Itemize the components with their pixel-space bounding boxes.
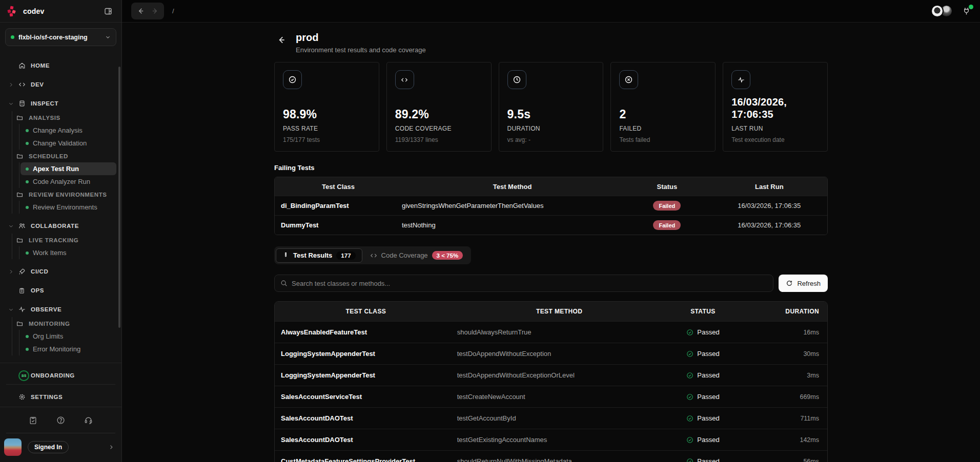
- duration-cell: 3ms: [744, 372, 827, 379]
- failing-tests-body: di_BindingParamTestgivenStringsWhenGetPa…: [275, 196, 827, 235]
- column-header-status: Status: [623, 183, 711, 191]
- sidebar-item-apex-test-run[interactable]: Apex Test Run: [21, 162, 116, 175]
- status-cell: Failed: [623, 220, 711, 230]
- search-row: Refresh: [274, 275, 828, 292]
- stat-card-pass-rate: 98.9%PASS RATE175/177 tests: [274, 62, 379, 152]
- forward-button[interactable]: [149, 5, 161, 17]
- stat-card-code-coverage: 89.2%CODE COVERAGE1193/1337 lines: [386, 62, 492, 152]
- sidebar-item-dev[interactable]: DEV: [5, 78, 116, 91]
- project-selector[interactable]: flxbl-io/sf-core-staging: [5, 28, 116, 46]
- last-run-cell: 16/03/2026, 17:06:35: [711, 221, 827, 229]
- test-result-row[interactable]: CustMetadataFeatureSettingsProviderTests…: [275, 450, 827, 462]
- test-class-cell: di_BindingParamTest: [275, 202, 402, 209]
- status-cell: Passed: [662, 350, 745, 358]
- sidebar-item-inspect[interactable]: INSPECT: [5, 97, 116, 110]
- passed-check-icon: [686, 372, 693, 379]
- back-button[interactable]: [134, 5, 147, 17]
- status-label: Passed: [697, 436, 719, 444]
- circle-x-icon: [619, 70, 638, 89]
- breadcrumb: /: [172, 7, 174, 15]
- sidebar-item-home[interactable]: HOME: [5, 59, 116, 72]
- refresh-button[interactable]: Refresh: [779, 275, 828, 292]
- stat-label: FAILED: [619, 125, 707, 132]
- tab-code-coverage[interactable]: Code Coverage3 < 75%: [363, 248, 470, 263]
- search-input[interactable]: [292, 280, 767, 287]
- stat-card-last-run: 16/03/2026, 17:06:35LAST RUNTest executi…: [723, 62, 828, 152]
- nav-tree: Apex Test RunCode Analyzer Run: [19, 162, 116, 188]
- sidebar-item-analysis[interactable]: ANALYSIS: [13, 111, 116, 124]
- sidebar-item-observe[interactable]: OBSERVE: [5, 303, 116, 316]
- clipboard-check-icon[interactable]: [27, 414, 39, 426]
- sidebar-item-scheduled[interactable]: SCHEDULED: [13, 150, 116, 162]
- test-result-row[interactable]: SalesAccountDAOTesttestGetExistingAccoun…: [275, 429, 827, 450]
- green-dot-icon: [26, 129, 29, 132]
- sidebar-footer-tools: [0, 407, 121, 433]
- stat-sublabel: 175/177 tests: [283, 136, 371, 143]
- test-method-cell: givenStringsWhenGetParameterThenGetValue…: [402, 202, 623, 209]
- sidebar-item-review-environments[interactable]: REVIEW ENVIRONMENTS: [13, 188, 116, 201]
- sidebar-item-label: Apex Test Run: [33, 165, 79, 173]
- clipboard-icon: [18, 287, 27, 294]
- sidebar-item-label: COLLABORATE: [31, 223, 79, 229]
- chevron-down-icon: [105, 34, 111, 40]
- collapse-sidebar-button[interactable]: [102, 5, 114, 17]
- sidebar-item-ci-cd[interactable]: CI/CD: [5, 265, 116, 278]
- sidebar-item-ops[interactable]: OPS: [5, 284, 116, 297]
- duration-cell: 30ms: [744, 350, 827, 358]
- test-result-row[interactable]: LoggingSystemAppenderTesttestDoAppendWit…: [275, 343, 827, 364]
- presence-avatars[interactable]: [931, 5, 953, 17]
- sidebar-item-onboarding[interactable]: 8/8ONBOARDING: [5, 369, 116, 382]
- sidebar-scrollbar[interactable]: [118, 67, 120, 328]
- sidebar-item-review-environments[interactable]: Review Environments: [21, 201, 116, 214]
- tab-label: Test Results: [293, 251, 332, 259]
- status-cell: Failed: [623, 201, 711, 211]
- code-icon: [18, 81, 27, 88]
- inspect-icon: [18, 100, 27, 107]
- sidebar-item-collaborate[interactable]: COLLABORATE: [5, 219, 116, 233]
- gear-icon: [18, 393, 27, 401]
- duration-cell: 142ms: [744, 436, 827, 444]
- refresh-label: Refresh: [797, 280, 821, 287]
- sidebar-item-label: Org Limits: [33, 332, 63, 340]
- sidebar-nav: HOMEDEVINSPECTANALYSISChange AnalysisCha…: [0, 49, 121, 359]
- sidebar-item-settings[interactable]: SETTINGS: [5, 390, 116, 404]
- sidebar-item-label: ONBOARDING: [31, 372, 75, 379]
- failing-test-row[interactable]: DummyTesttestNothingFailed16/03/2026, 17…: [275, 215, 827, 235]
- connection-plug-icon[interactable]: [962, 7, 971, 15]
- test-class-cell: SalesAccountServiceTest: [275, 393, 457, 401]
- sidebar-item-label: OBSERVE: [31, 306, 62, 312]
- tab-test-results[interactable]: Test Results177: [276, 248, 362, 263]
- brand: codev: [7, 6, 44, 17]
- stat-card-failed: 2FAILEDTests failed: [610, 62, 716, 152]
- page-back-button[interactable]: [274, 33, 289, 47]
- sidebar-item-work-items[interactable]: Work Items: [21, 246, 116, 259]
- test-result-row[interactable]: LoggingSystemAppenderTesttestDoAppendWit…: [275, 364, 827, 386]
- test-result-row[interactable]: SalesAccountServiceTesttestCreateNewAcco…: [275, 386, 827, 407]
- test-method-cell: testGetAccountById: [457, 414, 662, 422]
- content-scroll[interactable]: prod Environment test results and code c…: [122, 23, 980, 462]
- sidebar-item-change-analysis[interactable]: Change Analysis: [21, 124, 116, 137]
- sidebar-item-live-tracking[interactable]: LIVE TRACKING: [13, 234, 116, 246]
- chevron-right-icon: [8, 82, 14, 88]
- page-title: prod: [296, 32, 426, 44]
- sidebar-item-label: HOME: [31, 62, 50, 69]
- sidebar-item-monitoring[interactable]: MONITORING: [13, 317, 116, 330]
- user-menu[interactable]: Signed In: [0, 433, 121, 462]
- test-result-row[interactable]: AlwaysEnabledFeatureTestshouldAlwaysRetu…: [275, 321, 827, 343]
- chevron-down-icon: [8, 101, 14, 107]
- nav-tree: Review Environments: [19, 201, 116, 214]
- sidebar-item-error-monitoring[interactable]: Error Monitoring: [21, 343, 116, 355]
- help-icon[interactable]: [55, 414, 67, 426]
- test-method-cell: testDoAppendWithoutException: [457, 350, 662, 358]
- test-result-row[interactable]: SalesAccountDAOTesttestGetAccountByIdPas…: [275, 407, 827, 429]
- codev-logo-icon: [7, 6, 18, 17]
- test-class-cell: DummyTest: [275, 221, 402, 229]
- sidebar-item-label: CI/CD: [31, 268, 48, 275]
- sidebar-item-change-validation[interactable]: Change Validation: [21, 137, 116, 150]
- avatar: [931, 5, 944, 17]
- headset-icon[interactable]: [83, 414, 95, 426]
- failing-test-row[interactable]: di_BindingParamTestgivenStringsWhenGetPa…: [275, 196, 827, 215]
- test-method-cell: shouldAlwaysReturnTrue: [457, 328, 662, 336]
- sidebar-item-code-analyzer-run[interactable]: Code Analyzer Run: [21, 175, 116, 188]
- sidebar-item-org-limits[interactable]: Org Limits: [21, 330, 116, 343]
